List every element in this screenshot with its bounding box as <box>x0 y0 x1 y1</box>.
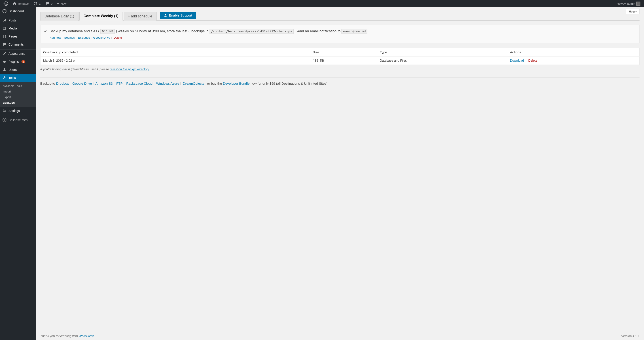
menu-label: Comments <box>8 43 24 46</box>
menu-posts[interactable]: Posts <box>0 16 36 24</box>
plug-icon <box>2 59 7 64</box>
dest-dreamobjects[interactable]: DreamObjects <box>183 81 204 85</box>
summary-text: ) weekly on Sunday at 3:00 am, store the… <box>116 29 208 33</box>
menu-label: Dashboard <box>8 9 24 13</box>
dest-google-drive[interactable]: Google Drive <box>72 81 92 85</box>
main-content: Help Database Daily (1) Complete Weekly … <box>36 7 644 340</box>
tab-complete-weekly[interactable]: Complete Weekly (1) <box>80 11 123 20</box>
collapse-label: Collapse menu <box>8 118 29 122</box>
avatar <box>636 1 640 5</box>
collapse-menu[interactable]: Collapse menu <box>0 116 36 124</box>
menu-label: Users <box>8 68 17 71</box>
comments-count: 0 <box>51 2 52 5</box>
help-tab[interactable]: Help <box>626 9 640 14</box>
site-name: hmbase <box>18 2 28 5</box>
excludes-link[interactable]: Excludes <box>78 36 90 39</box>
footer: Thank you for creating with WordPress. V… <box>40 334 640 338</box>
enable-support-button[interactable]: Enable Support <box>160 11 196 19</box>
brush-icon <box>2 51 7 56</box>
svg-point-5 <box>4 111 4 112</box>
col-status: One backup completed <box>40 48 310 56</box>
backup-date: March 3, 2015 - 2:02 pm <box>40 56 310 65</box>
run-now-link[interactable]: Run now <box>50 36 61 39</box>
backup-row-size: 480 MB <box>310 56 377 65</box>
help-label: Help <box>629 10 635 13</box>
enable-support-label: Enable Support <box>169 13 192 17</box>
submenu-import[interactable]: Import <box>0 89 36 94</box>
dest-ftp[interactable]: FTP <box>116 81 122 85</box>
schedule-summary: ✔ Backup my database and files ( 616 MB … <box>40 25 640 43</box>
menu-comments[interactable]: Comments <box>0 40 36 48</box>
menu-settings[interactable]: Settings <box>0 107 36 115</box>
wordpress-icon <box>4 1 8 6</box>
svg-point-2 <box>4 68 5 70</box>
menu-dashboard[interactable]: Dashboard <box>0 7 36 15</box>
col-size: Size <box>310 48 377 56</box>
collapse-icon <box>2 118 7 122</box>
comments-link[interactable]: 0 <box>43 0 54 7</box>
backup-actions: Download | Delete <box>507 56 640 65</box>
tab-database-daily[interactable]: Database Daily (1) <box>40 12 78 20</box>
dest-azure[interactable]: Windows Azure <box>156 81 179 85</box>
rate-pre: If you're finding BackUpWordPress useful… <box>40 67 110 71</box>
wp-logo[interactable] <box>2 0 10 7</box>
howdy-text: Howdy, admin <box>617 2 635 5</box>
download-link[interactable]: Download <box>510 59 524 62</box>
delete-backup-link[interactable]: Delete <box>528 59 537 62</box>
dest-amazon-s3[interactable]: Amazon S3 <box>95 81 113 85</box>
schedule-tabs: Database Daily (1) Complete Weekly (1) +… <box>40 7 640 20</box>
new-link[interactable]: +New <box>55 0 68 7</box>
dest-prefix: Backup to <box>40 81 56 85</box>
delete-schedule-link[interactable]: Delete <box>114 36 122 39</box>
backup-path: /content/backupwordpress-1d31e8912c-back… <box>210 29 294 34</box>
menu-media[interactable]: Media <box>0 24 36 32</box>
google-drive-link[interactable]: Google Drive <box>93 36 110 39</box>
dest-suffix: now for only $99 (all Destinations & Unl… <box>250 81 328 85</box>
menu-tools[interactable]: Tools <box>0 74 36 82</box>
dest-dropbox[interactable]: Dropbox <box>56 81 69 85</box>
menu-label: Settings <box>8 109 20 113</box>
dest-rackspace[interactable]: Rackspace Cloud <box>126 81 153 85</box>
comment-icon <box>2 42 7 47</box>
admin-bar: hmbase 1 0 +New Howdy, admin <box>0 0 644 7</box>
backup-type: Database and Files <box>377 56 507 65</box>
menu-label: Media <box>8 26 17 30</box>
sliders-icon <box>2 109 7 113</box>
destinations-line: Backup to Dropbox| Google Drive| Amazon … <box>40 81 640 85</box>
dest-bundle[interactable]: Developer Bundle <box>223 81 250 85</box>
svg-point-6 <box>3 118 6 122</box>
submenu-backups[interactable]: Backups <box>0 100 36 105</box>
submenu-available-tools[interactable]: Available Tools <box>0 83 36 89</box>
media-icon <box>2 26 7 31</box>
svg-point-7 <box>165 14 166 15</box>
howdy-link[interactable]: Howdy, admin <box>615 0 642 7</box>
menu-users[interactable]: Users <box>0 66 36 74</box>
menu-pages[interactable]: Pages <box>0 32 36 40</box>
rate-note: If you're finding BackUpWordPress useful… <box>40 67 640 71</box>
settings-link[interactable]: Settings <box>64 36 75 39</box>
footer-thank: Thank you for creating with <box>40 334 79 338</box>
dest-or: or buy the <box>206 81 223 85</box>
menu-label: Plugins <box>8 60 19 63</box>
home-icon <box>12 1 17 6</box>
wordpress-link[interactable]: WordPress <box>79 334 94 338</box>
submenu-export[interactable]: Export <box>0 94 36 100</box>
summary-text: .Send an email notification to <box>295 29 340 33</box>
refresh-icon <box>33 1 38 6</box>
updates-link[interactable]: 1 <box>31 0 42 7</box>
backup-size: 616 MB <box>100 29 115 34</box>
site-link[interactable]: hmbase <box>11 0 30 7</box>
new-label: New <box>60 2 66 5</box>
tab-add-schedule[interactable]: + add schedule <box>124 12 156 20</box>
rate-link[interactable]: rate it on the plugin directory <box>110 67 149 71</box>
menu-appearance[interactable]: Appearance <box>0 50 36 58</box>
table-row: March 3, 2015 - 2:02 pm 480 MB Database … <box>40 56 640 65</box>
rate-post: . <box>149 67 150 71</box>
menu-label: Tools <box>8 76 16 79</box>
col-type: Type <box>377 48 507 56</box>
version: Version 4.1.1 <box>621 334 640 338</box>
wrench-icon <box>2 75 7 80</box>
menu-label: Posts <box>8 18 16 22</box>
menu-plugins[interactable]: Plugins1 <box>0 58 36 66</box>
pin-icon <box>2 18 7 22</box>
